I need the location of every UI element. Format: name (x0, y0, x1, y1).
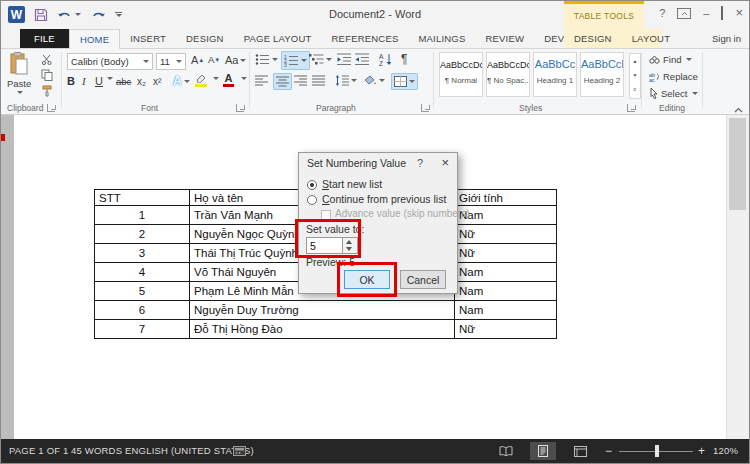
align-right-button[interactable] (294, 75, 307, 86)
minimize-button[interactable]: – (703, 7, 709, 19)
font-dialog-launcher[interactable] (236, 104, 244, 112)
font-color-button[interactable]: A (223, 73, 234, 87)
highlight-dropdown[interactable] (211, 77, 219, 80)
font-color-dropdown[interactable] (239, 77, 247, 80)
tab-insert[interactable]: INSERT (120, 29, 176, 48)
cell-gender[interactable]: Nam (455, 206, 557, 225)
cell-stt[interactable]: 3 (95, 244, 190, 263)
clipboard-dialog-launcher[interactable] (47, 104, 55, 112)
text-effects-button[interactable]: A (173, 74, 190, 88)
show-hide-marks-button[interactable]: ¶ (401, 52, 407, 66)
multilevel-list-button[interactable] (309, 53, 332, 66)
change-case-button[interactable]: Aa (225, 54, 246, 66)
bullets-button[interactable] (255, 53, 278, 66)
highlight-color-button[interactable] (195, 74, 207, 87)
justify-button[interactable] (312, 75, 325, 86)
underline-button[interactable]: U (95, 75, 103, 87)
align-left-button[interactable] (255, 75, 268, 86)
scrollbar-thumb[interactable] (729, 118, 746, 210)
cell-name[interactable]: Nguyễn Duy Trường (190, 301, 455, 320)
strikethrough-button[interactable]: abc (116, 76, 131, 87)
borders-button[interactable] (391, 73, 418, 90)
dialog-close-button[interactable]: × (441, 155, 449, 170)
cell-gender[interactable]: Nam (455, 263, 557, 282)
paste-button[interactable]: Paste (7, 52, 31, 94)
read-mode-button[interactable] (493, 442, 519, 460)
copy-button[interactable] (41, 69, 53, 81)
style-heading1[interactable]: AaBbCc Heading 1 (533, 52, 577, 97)
cell-stt[interactable]: 1 (95, 206, 190, 225)
header-gender[interactable]: Giới tính (455, 190, 557, 206)
numbering-button[interactable]: 123 (281, 51, 310, 70)
header-stt[interactable]: STT (95, 190, 190, 206)
cell-stt[interactable]: 4 (95, 263, 190, 282)
zoom-out-button[interactable]: − (605, 439, 612, 463)
underline-dropdown[interactable] (105, 77, 113, 80)
tab-table-layout[interactable]: LAYOUT (622, 29, 681, 48)
word-count[interactable]: 45 WORDS (71, 439, 122, 463)
tab-home[interactable]: HOME (69, 29, 120, 49)
radio-continue-previous[interactable] (307, 195, 317, 205)
italic-button[interactable]: I (82, 75, 86, 87)
ribbon-display-options-button[interactable] (677, 8, 691, 19)
decrease-indent-button[interactable] (337, 53, 351, 66)
cell-stt[interactable]: 5 (95, 282, 190, 301)
tab-review[interactable]: REVIEW (475, 29, 534, 48)
radio-start-new-list[interactable] (307, 180, 317, 190)
cut-button[interactable] (41, 54, 53, 65)
zoom-in-button[interactable]: + (698, 439, 705, 463)
styles-dialog-launcher[interactable] (627, 104, 635, 112)
format-painter-button[interactable] (41, 85, 53, 97)
paragraph-dialog-launcher[interactable] (421, 104, 429, 112)
grow-font-button[interactable]: A▲ (191, 54, 204, 66)
tab-design[interactable]: DESIGN (176, 29, 234, 48)
zoom-slider-thumb[interactable] (655, 445, 659, 457)
print-layout-button[interactable] (530, 442, 556, 460)
shading-button[interactable] (363, 75, 385, 86)
align-center-button[interactable] (273, 73, 292, 90)
cell-gender[interactable]: Nữ (455, 320, 557, 339)
cell-gender[interactable]: Nữ (455, 244, 557, 263)
font-name-combo[interactable]: Calibri (Body) (67, 53, 153, 70)
bold-button[interactable]: B (67, 75, 75, 87)
cell-stt[interactable]: 2 (95, 225, 190, 244)
cell-stt[interactable]: 7 (95, 320, 190, 339)
subscript-button[interactable]: x₂ (137, 76, 146, 87)
tab-file[interactable]: FILE (20, 29, 69, 48)
tab-mailings[interactable]: MAILINGS (408, 29, 475, 48)
shrink-font-button[interactable]: A▼ (208, 54, 220, 65)
increase-indent-button[interactable] (355, 53, 369, 66)
cell-gender[interactable]: Nam (455, 301, 557, 320)
macro-record-button[interactable] (233, 446, 246, 458)
find-button[interactable]: Find (649, 54, 692, 65)
web-layout-button[interactable] (567, 442, 593, 460)
line-spacing-button[interactable] (335, 75, 357, 86)
superscript-button[interactable]: x² (153, 76, 161, 87)
cell-gender[interactable]: Nam (455, 282, 557, 301)
select-button[interactable]: Select (649, 88, 698, 99)
dialog-help-button[interactable]: ? (417, 157, 423, 169)
cancel-button[interactable]: Cancel (400, 270, 446, 289)
style-heading2[interactable]: AaBbCcD Heading 2 (580, 52, 624, 97)
cell-stt[interactable]: 6 (95, 301, 190, 320)
tab-page-layout[interactable]: PAGE LAYOUT (234, 29, 322, 48)
help-button[interactable]: ? (659, 7, 665, 19)
cell-name[interactable]: Đỗ Thị Hồng Đào (190, 320, 455, 339)
cell-gender[interactable]: Nữ (455, 225, 557, 244)
close-button[interactable]: × (735, 7, 743, 19)
sign-in-link[interactable]: Sign in (712, 29, 741, 48)
sort-button[interactable]: AZ (379, 53, 393, 66)
styles-gallery-scroll[interactable]: ▲▼≡ (629, 53, 641, 99)
page-indicator[interactable]: PAGE 1 OF 1 (9, 439, 69, 463)
tab-references[interactable]: REFERENCES (322, 29, 409, 48)
style-no-spacing[interactable]: AaBbCcDc ¶ No Spac... (486, 52, 530, 97)
tab-table-design[interactable]: DESIGN (564, 29, 622, 48)
vertical-scrollbar[interactable] (726, 115, 749, 439)
zoom-level[interactable]: 120% (713, 439, 738, 463)
style-normal[interactable]: AaBbCcDc ¶ Normal (439, 52, 483, 97)
restore-button[interactable] (721, 7, 723, 19)
font-size-combo[interactable]: 11 (156, 53, 186, 70)
svg-text:ac: ac (649, 77, 655, 82)
replace-button[interactable]: abac Replace (649, 71, 698, 82)
select-arrow (692, 92, 698, 95)
